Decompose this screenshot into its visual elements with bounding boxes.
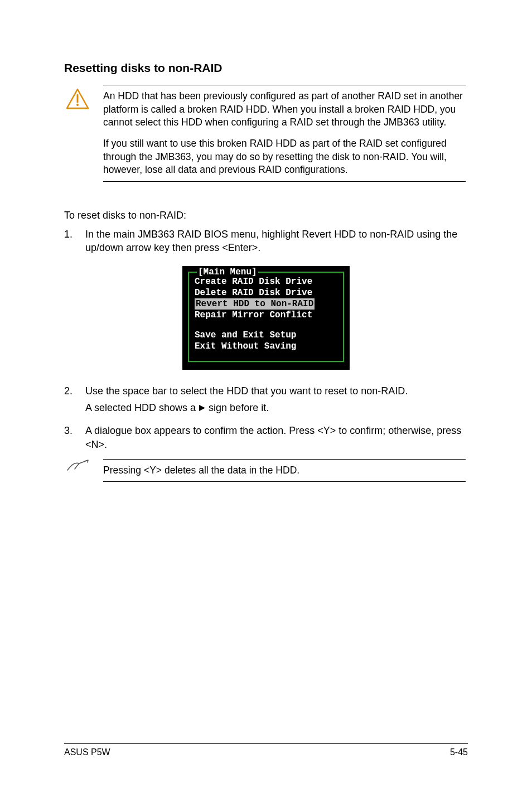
bios-menu-wrap: [Main Menu] Create RAID Disk Drive Delet…	[64, 266, 468, 370]
warning-paragraph-2: If you still want to use this broken RAI…	[103, 137, 466, 177]
bios-item-save: Save and Exit Setup	[195, 330, 337, 341]
step-3: 3. A dialogue box appears to confirm the…	[64, 424, 468, 451]
step-text: A dialogue box appears to confirm the ac…	[85, 424, 468, 451]
body-content: To reset disks to non-RAID: 1. In the ma…	[64, 209, 468, 451]
step-number: 2.	[64, 384, 85, 419]
svg-point-2	[76, 104, 79, 106]
step-2b-pre: A selected HDD shows a	[85, 402, 199, 413]
steps-list-continued: 2. Use the space bar to select the HDD t…	[64, 384, 468, 451]
step-2-line-1: Use the space bar to select the HDD that…	[85, 384, 468, 398]
page-footer: ASUS P5W 5-45	[64, 743, 468, 757]
bios-menu-title: [Main Menu]	[197, 267, 258, 278]
warning-block: An HDD that has been previously configur…	[64, 85, 468, 182]
step-number: 3.	[64, 424, 85, 451]
bios-item-delete: Delete RAID Disk Drive	[195, 287, 337, 298]
note-text: Pressing <Y> deletes all the data in the…	[103, 464, 466, 477]
bios-item-revert-highlight: Revert HDD to Non-RAID	[195, 298, 315, 310]
step-2b-post: sign before it.	[206, 402, 269, 413]
footer-left: ASUS P5W	[64, 747, 110, 757]
bios-item-exit: Exit Without Saving	[195, 341, 337, 352]
bios-item-repair: Repair Mirror Conflict	[195, 310, 337, 321]
footer-right: 5-45	[450, 747, 468, 757]
note-block: Pressing <Y> deletes all the data in the…	[64, 459, 468, 482]
bios-item-create: Create RAID Disk Drive	[195, 276, 337, 287]
step-text: In the main JMB363 RAID BIOS menu, highl…	[85, 228, 468, 255]
divider	[103, 85, 466, 85]
bios-gap	[195, 321, 337, 330]
note-icon	[66, 458, 90, 477]
warning-text: An HDD that has been previously configur…	[103, 90, 466, 177]
intro-text: To reset disks to non-RAID:	[64, 209, 468, 222]
bios-item-revert: Revert HDD to Non-RAID	[195, 298, 337, 310]
warning-icon	[66, 88, 89, 112]
triangle-right-icon	[199, 402, 206, 415]
svg-marker-3	[199, 405, 205, 411]
page: Resetting disks to non-RAID An HDD that …	[0, 0, 532, 802]
bios-menu-inner: [Main Menu] Create RAID Disk Drive Delet…	[188, 272, 344, 362]
step-1: 1. In the main JMB363 RAID BIOS menu, hi…	[64, 228, 468, 255]
divider	[103, 481, 466, 482]
footer-divider	[64, 743, 468, 744]
divider	[103, 459, 466, 460]
step-text: Use the space bar to select the HDD that…	[85, 384, 468, 419]
bios-menu: [Main Menu] Create RAID Disk Drive Delet…	[182, 266, 350, 370]
step-2: 2. Use the space bar to select the HDD t…	[64, 384, 468, 419]
step-number: 1.	[64, 228, 85, 255]
steps-list: 1. In the main JMB363 RAID BIOS menu, hi…	[64, 228, 468, 255]
section-heading: Resetting disks to non-RAID	[64, 61, 468, 75]
divider	[103, 181, 466, 182]
step-2-line-2: A selected HDD shows a sign before it.	[85, 401, 468, 415]
warning-paragraph-1: An HDD that has been previously configur…	[103, 90, 466, 129]
